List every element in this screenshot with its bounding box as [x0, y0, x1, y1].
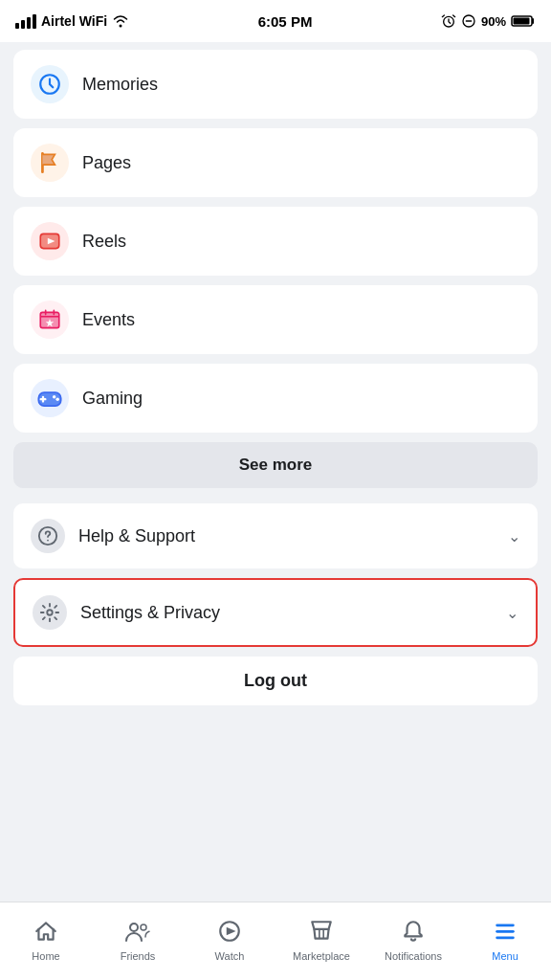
help-support-label: Help & Support: [78, 526, 508, 546]
reels-menu-item[interactable]: Reels: [13, 207, 538, 276]
svg-point-14: [47, 610, 53, 615]
nav-menu[interactable]: Menu: [459, 911, 551, 962]
home-nav-label: Home: [32, 950, 59, 962]
status-bar: Airtel WiFi 6:05 PM 90%: [0, 0, 551, 42]
gaming-menu-item[interactable]: Gaming: [13, 364, 538, 433]
nav-watch[interactable]: Watch: [184, 911, 276, 962]
wifi-icon: [112, 14, 129, 28]
menu-nav-label: Menu: [492, 950, 518, 962]
events-menu-item[interactable]: Events: [13, 285, 538, 354]
svg-marker-18: [227, 927, 236, 936]
status-time: 6:05 PM: [258, 13, 313, 30]
dnd-icon: [461, 13, 476, 29]
main-content: Memories Pages Reels: [0, 42, 551, 724]
bell-icon: [401, 919, 426, 947]
help-icon: [31, 519, 65, 553]
status-right: 90%: [441, 13, 536, 29]
settings-chevron-icon: ⌄: [506, 604, 518, 622]
watch-icon: [217, 919, 242, 947]
svg-rect-19: [496, 924, 515, 926]
nav-friends[interactable]: Friends: [92, 911, 184, 962]
help-support-row[interactable]: Help & Support ⌄: [13, 503, 538, 568]
nav-marketplace[interactable]: Marketplace: [276, 911, 367, 962]
help-support-section: Help & Support ⌄: [13, 503, 538, 568]
friends-nav-label: Friends: [121, 950, 156, 962]
settings-icon: [33, 595, 67, 630]
alarm-icon: [441, 13, 456, 29]
pages-label: Pages: [82, 153, 131, 173]
status-left: Airtel WiFi: [15, 13, 129, 29]
menu-icon: [493, 919, 518, 947]
bottom-nav: Home Friends Watch: [0, 902, 551, 980]
pages-menu-item[interactable]: Pages: [13, 128, 538, 197]
memories-label: Memories: [82, 75, 158, 95]
svg-point-11: [55, 397, 59, 401]
see-more-button[interactable]: See more: [13, 442, 538, 488]
settings-privacy-row[interactable]: Settings & Privacy ⌄: [13, 578, 538, 647]
settings-privacy-label: Settings & Privacy: [80, 603, 506, 623]
battery-label: 90%: [481, 14, 506, 29]
reels-icon: [31, 222, 69, 260]
nav-home[interactable]: Home: [0, 911, 92, 962]
svg-rect-21: [496, 936, 515, 939]
svg-point-15: [130, 924, 138, 931]
svg-rect-3: [514, 18, 530, 25]
gaming-label: Gaming: [82, 389, 143, 409]
friends-icon: [124, 919, 151, 947]
pages-icon: [31, 144, 69, 182]
carrier-label: Airtel WiFi: [41, 13, 107, 29]
nav-notifications[interactable]: Notifications: [367, 911, 459, 962]
svg-point-16: [141, 924, 146, 930]
marketplace-icon: [309, 919, 334, 947]
home-icon: [33, 919, 58, 947]
svg-point-13: [47, 540, 49, 542]
events-label: Events: [82, 310, 135, 330]
notifications-nav-label: Notifications: [385, 950, 442, 962]
signal-bars: [15, 14, 36, 29]
memories-icon: [31, 65, 69, 103]
memories-menu-item[interactable]: Memories: [13, 50, 538, 119]
events-icon: [31, 301, 69, 339]
logout-button[interactable]: Log out: [13, 657, 538, 705]
svg-rect-20: [496, 930, 515, 933]
gaming-icon: [31, 379, 69, 417]
marketplace-nav-label: Marketplace: [293, 950, 350, 962]
svg-point-10: [53, 395, 56, 399]
battery-icon: [511, 14, 536, 28]
watch-nav-label: Watch: [215, 950, 245, 962]
reels-label: Reels: [82, 232, 126, 252]
help-chevron-icon: ⌄: [508, 527, 520, 546]
